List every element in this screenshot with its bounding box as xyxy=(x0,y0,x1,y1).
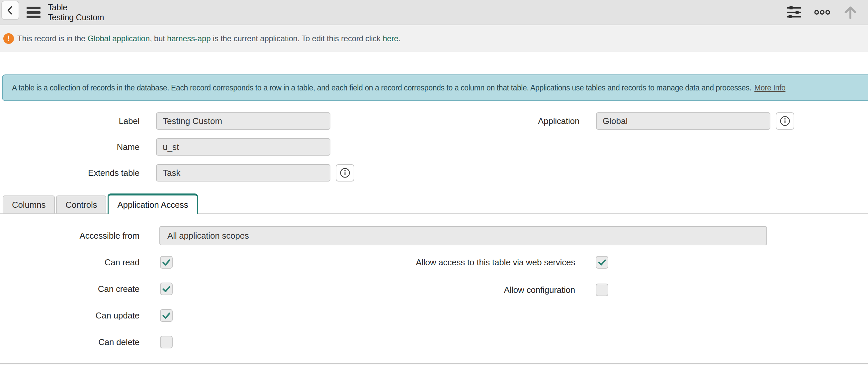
tab-columns[interactable]: Columns xyxy=(3,196,55,213)
accessible-from-label: Accessible from xyxy=(0,231,140,241)
can-delete-label: Can delete xyxy=(0,337,140,347)
scroll-to-top-button[interactable] xyxy=(843,5,858,20)
allow-configuration-label: Allow configuration xyxy=(405,284,575,296)
warning-message: This record is in the Global application… xyxy=(17,34,400,43)
warning-text: is the current application. To edit this… xyxy=(211,34,382,43)
checkmark-icon xyxy=(597,257,607,267)
form-header: Table Testing Custom xyxy=(0,0,868,25)
table-description-banner: A table is a collection of records in th… xyxy=(2,75,868,101)
application-field-label: Application xyxy=(440,116,580,126)
sliders-icon xyxy=(786,5,802,19)
form-right-column: Application xyxy=(440,112,794,138)
topbar-actions xyxy=(786,5,858,20)
label-field-label: Label xyxy=(0,116,140,126)
web-services-checkbox[interactable] xyxy=(596,256,608,268)
label-field-input[interactable] xyxy=(156,112,331,130)
form-context-menu-button[interactable] xyxy=(27,7,40,18)
personalize-form-button[interactable] xyxy=(786,5,802,19)
info-circle-icon xyxy=(340,168,350,178)
application-field-input[interactable] xyxy=(596,112,770,130)
extends-table-field-input[interactable] xyxy=(156,164,331,181)
name-field-row: Name xyxy=(0,138,868,155)
extends-table-field-row: Extends table xyxy=(0,164,868,181)
allow-configuration-checkbox[interactable] xyxy=(596,284,608,296)
extends-table-field-label: Extends table xyxy=(0,168,140,178)
warning-text: , but xyxy=(150,34,167,43)
can-delete-row: Can delete xyxy=(0,336,868,348)
application-access-panel: Accessible from All application scopes C… xyxy=(0,214,868,364)
web-services-row: Allow access to this table via web servi… xyxy=(405,256,608,268)
warning-text: This record is in the xyxy=(17,34,88,43)
name-field-label: Name xyxy=(0,142,140,152)
exclamation-circle-icon: ! xyxy=(3,33,14,44)
current-application-link[interactable]: harness-app xyxy=(167,34,211,43)
application-field-row: Application xyxy=(440,112,794,130)
can-read-checkbox[interactable] xyxy=(160,256,173,268)
tab-label: Columns xyxy=(12,200,45,210)
tab-label: Application Access xyxy=(117,200,188,210)
checkmark-icon xyxy=(161,311,171,320)
table-form: Label Name Extends table Application xyxy=(0,101,868,193)
banner-text: A table is a collection of records in th… xyxy=(12,83,751,92)
access-right-column: Allow access to this table via web servi… xyxy=(405,256,608,311)
form-tabs: Columns Controls Application Access xyxy=(0,193,868,214)
checkmark-icon xyxy=(161,257,171,267)
cross-scope-warning: ! This record is in the Global applicati… xyxy=(0,25,868,52)
application-info-button[interactable] xyxy=(776,112,794,130)
can-read-label: Can read xyxy=(0,257,140,268)
record-title: Testing Custom xyxy=(48,12,104,22)
checkmark-icon xyxy=(161,284,171,294)
name-field-input[interactable] xyxy=(156,138,331,155)
spacer xyxy=(0,52,868,75)
can-create-label: Can create xyxy=(0,284,140,294)
arrow-up-icon xyxy=(843,5,858,20)
tab-application-access[interactable]: Application Access xyxy=(107,194,197,214)
warning-text: . xyxy=(399,34,400,43)
more-info-link[interactable]: More Info xyxy=(754,83,786,92)
chevron-left-icon xyxy=(5,5,16,16)
extends-table-info-button[interactable] xyxy=(336,164,354,181)
ellipsis-icon xyxy=(813,9,831,15)
more-options-button[interactable] xyxy=(813,9,831,15)
tab-label: Controls xyxy=(65,200,97,210)
info-circle-icon xyxy=(780,116,790,126)
accessible-from-row: Accessible from All application scopes xyxy=(0,226,868,245)
global-application-link[interactable]: Global application xyxy=(88,34,150,43)
back-button[interactable] xyxy=(1,1,19,20)
web-services-label: Allow access to this table via web servi… xyxy=(405,256,575,268)
allow-configuration-row: Allow configuration xyxy=(405,284,608,296)
can-update-checkbox[interactable] xyxy=(160,309,173,322)
hamburger-icon xyxy=(27,7,40,18)
accessible-from-select[interactable]: All application scopes xyxy=(159,226,767,245)
edit-here-link[interactable]: here xyxy=(382,34,398,43)
can-update-label: Can update xyxy=(0,311,140,321)
can-create-checkbox[interactable] xyxy=(160,283,173,295)
can-delete-checkbox[interactable] xyxy=(160,336,173,348)
tab-controls[interactable]: Controls xyxy=(56,196,106,213)
record-title-block: Table Testing Custom xyxy=(48,2,104,22)
record-type: Table xyxy=(48,2,104,12)
